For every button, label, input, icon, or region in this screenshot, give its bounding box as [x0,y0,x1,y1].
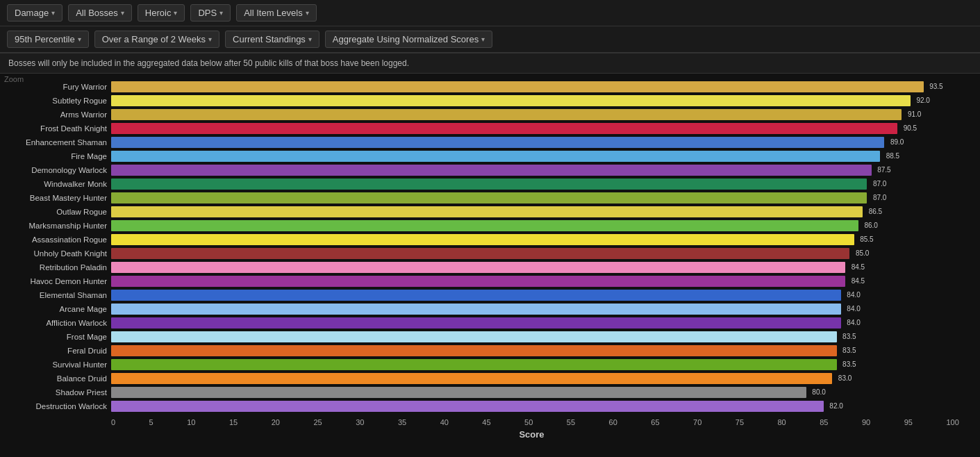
bar-row: Beast Mastery Hunter87.0 [0,192,980,204]
bar-row: Windwalker Monk87.0 [0,178,980,190]
bar-row: Fury Warrior93.5 [0,81,980,93]
bar-value-label: 83.0 [838,373,852,384]
bar-value-label: 87.5 [877,165,890,176]
bar-row: Shadow Priest80.0 [0,386,980,399]
x-tick: 10 [187,418,195,426]
bar-container: 85.0 [111,248,980,259]
bar-label: Outlaw Rogue [0,208,111,216]
bar-fill: 86.5 [111,206,863,217]
second-btn-percentile[interactable]: 95th Percentile ▾ [7,31,89,48]
second-btn-range[interactable]: Over a Range of 2 Weeks ▾ [94,31,219,48]
x-tick: 80 [778,418,786,426]
bar-row: Retribution Paladin84.5 [0,261,980,274]
bar-row: Arcane Mage84.0 [0,303,980,315]
x-tick: 50 [524,418,533,426]
bar-container: 84.0 [111,290,980,301]
bar-label: Demonology Warlock [0,166,111,174]
bar-label: Destruction Warlock [0,402,111,410]
bar-row: Balance Druid83.0 [0,372,980,385]
bar-container: 84.0 [111,317,980,329]
bar-value-label: 85.0 [856,248,869,259]
second-btn-aggregate[interactable]: Aggregate Using Normalized Scores ▾ [325,31,492,48]
x-tick: 25 [313,418,322,426]
bar-label: Assassination Rogue [0,235,111,244]
bar-fill: 88.5 [111,151,880,162]
bar-label: Arms Warrior [0,110,111,119]
bar-label: Havoc Demon Hunter [0,277,111,285]
x-tick: 90 [862,418,870,426]
bar-container: 83.5 [111,345,980,356]
bar-fill: 84.0 [111,290,841,301]
bar-value-label: 91.0 [908,109,921,120]
bar-value-label: 85.5 [860,234,873,245]
bar-row: Arms Warrior91.0 [0,108,980,121]
bar-label: Balance Druid [0,374,111,383]
bar-value-label: 84.0 [847,317,860,329]
bar-fill: 84.0 [111,304,841,315]
bar-row: Destruction Warlock82.0 [0,400,980,413]
top-btn-damage[interactable]: Damage ▾ [7,4,63,22]
bar-row: Feral Druid83.5 [0,344,980,357]
bar-row: Elemental Shaman84.0 [0,289,980,301]
bar-container: 83.5 [111,331,980,342]
top-btn-allBosses[interactable]: All Bosses ▾ [68,4,132,22]
bar-label: Frost Death Knight [0,124,111,133]
x-axis-ticks: 0510152025303540455055606570758085909510… [111,418,959,426]
bar-label: Affliction Warlock [0,319,111,327]
bar-value-label: 84.5 [852,262,865,273]
bar-value-label: 89.0 [890,137,904,148]
bar-value-label: 80.0 [812,387,825,398]
x-tick: 70 [693,418,701,426]
bar-row: Subtlety Rogue92.0 [0,94,980,107]
x-tick: 95 [904,418,913,426]
top-bar: Damage ▾All Bosses ▾Heroic ▾DPS ▾All Ite… [0,0,980,26]
bar-value-label: 84.0 [847,304,860,315]
bar-container: 82.0 [111,401,980,412]
bar-container: 87.5 [111,165,980,176]
bar-value-label: 84.5 [852,276,865,287]
bar-label: Arcane Mage [0,305,111,313]
bar-value-label: 82.0 [829,401,842,412]
top-btn-dps[interactable]: DPS ▾ [190,4,231,22]
x-tick: 0 [111,418,115,426]
info-text: Bosses will only be included in the aggr… [8,58,409,68]
bar-label: Retribution Paladin [0,263,111,272]
bar-value-label: 88.5 [886,151,899,162]
bar-fill: 91.0 [111,109,902,120]
x-tick: 85 [820,418,828,426]
bar-container: 80.0 [111,387,980,398]
bar-value-label: 83.5 [842,345,856,356]
bar-value-label: 90.5 [904,123,917,134]
x-tick: 35 [398,418,406,426]
chart-area: Zoom Fury Warrior93.5Subtlety Rogue92.0A… [0,74,980,457]
second-btn-standings[interactable]: Current Standings ▾ [225,31,319,48]
bar-label: Shadow Priest [0,388,111,397]
bar-row: Demonology Warlock87.5 [0,164,980,176]
top-btn-heroic[interactable]: Heroic ▾ [138,4,185,22]
bar-fill: 84.5 [111,262,845,273]
bar-fill: 83.5 [111,359,837,370]
bar-label: Marksmanship Hunter [0,222,111,230]
bar-container: 90.5 [111,123,980,134]
x-tick: 20 [272,418,280,426]
bar-value-label: 86.0 [864,220,877,231]
bar-label: Elemental Shaman [0,291,111,299]
bar-container: 83.0 [111,373,980,384]
second-bar: 95th Percentile ▾Over a Range of 2 Weeks… [0,26,980,53]
bar-label: Unholy Death Knight [0,249,111,258]
bar-container: 93.5 [111,81,980,92]
bar-container: 84.5 [111,276,980,287]
bar-fill: 85.5 [111,234,854,245]
zoom-label: Zoom [0,74,28,85]
bar-fill: 83.0 [111,373,832,384]
bar-value-label: 92.0 [916,95,929,106]
bar-value-label: 86.5 [869,206,882,217]
bar-label: Survival Hunter [0,360,111,369]
x-tick: 60 [609,418,617,426]
bar-row: Fire Mage88.5 [0,150,980,163]
bar-fill: 84.0 [111,317,841,329]
top-btn-allItemLevels[interactable]: All Item Levels ▾ [236,4,317,22]
bar-fill: 89.0 [111,137,884,148]
bar-fill: 84.5 [111,276,845,287]
bar-row: Assassination Rogue85.5 [0,233,980,246]
